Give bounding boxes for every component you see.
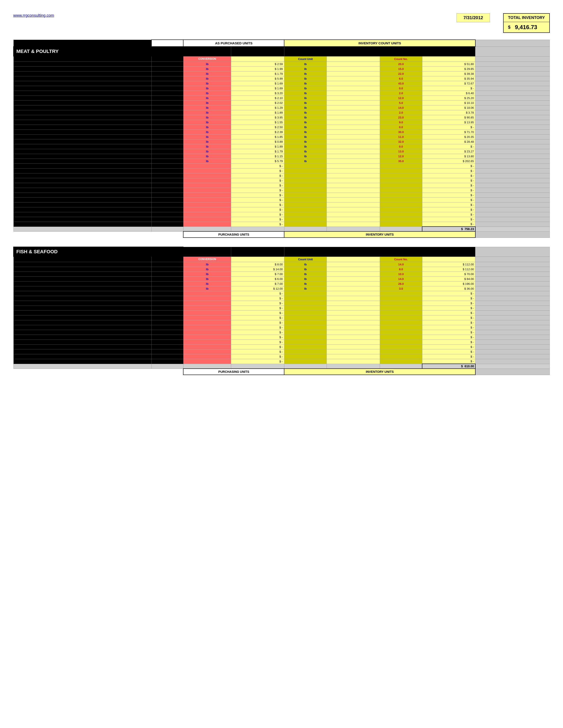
fish-total: $ -	[422, 359, 475, 364]
sh-unit	[151, 56, 183, 62]
meat-conv	[183, 183, 231, 188]
black-header-1	[13, 40, 151, 47]
meat-price2	[327, 125, 380, 129]
sh-price-label	[327, 56, 380, 62]
meat-conv: lb	[183, 66, 231, 71]
meat-price: $ -	[231, 178, 284, 183]
meat-item-black	[13, 168, 151, 173]
fish-cn	[380, 344, 422, 349]
meat-cu	[284, 163, 327, 168]
fish-title-row: FISH & SEAFOOD	[13, 247, 550, 257]
fish-gray	[475, 267, 550, 272]
meat-data-row: lb $ 1.69 lb 0.0 $ -	[13, 86, 550, 91]
fish-data-row: $ - $ -	[13, 335, 550, 340]
fish-sub-p2	[327, 364, 380, 369]
fish-data-row: $ - $ -	[13, 340, 550, 344]
fish-conv	[183, 296, 231, 301]
meat-price: $ 3.20	[231, 91, 284, 96]
meat-cn: 11.0	[380, 134, 422, 139]
meat-cu: lb	[284, 81, 327, 86]
sub-conversion-header: CONVERSION	[183, 56, 231, 62]
meat-conv: lb	[183, 149, 231, 154]
fish-cn: 3.0	[380, 286, 422, 291]
fish-conv	[183, 306, 231, 310]
fish-item-black	[13, 354, 151, 359]
meat-price2	[327, 217, 380, 222]
meat-gray	[475, 129, 550, 134]
meat-total: $ 35.94	[422, 76, 475, 81]
website-link[interactable]: www.rrgconsulting.com	[13, 13, 54, 18]
meat-conv: lb	[183, 159, 231, 163]
meat-item-unit	[151, 120, 183, 125]
fish-conv	[183, 349, 231, 354]
meat-total: $ -	[422, 173, 475, 178]
meat-gray	[475, 154, 550, 159]
fish-data-row: lb $ 7.00 lb 10.0 $ 70.00	[13, 272, 550, 276]
meat-item-black	[13, 76, 151, 81]
meat-cu: lb	[284, 144, 327, 149]
meat-price: $ -	[231, 163, 284, 168]
fish-bl-unit	[151, 369, 183, 375]
meat-conv	[183, 202, 231, 207]
meat-price2	[327, 81, 380, 86]
meat-item-black	[13, 183, 151, 188]
meat-price: $ 2.02	[231, 100, 284, 105]
fish-data-row: lb $ 6.00 lb 14.0 $ 84.00	[13, 276, 550, 281]
fish-cn: 8.0	[380, 267, 422, 272]
meat-cu: lb	[284, 66, 327, 71]
fish-data-row: $ - $ -	[13, 301, 550, 306]
meat-conv: lb	[183, 105, 231, 110]
meat-item-unit	[151, 125, 183, 129]
fish-total: $ -	[422, 315, 475, 320]
fish-item-black	[13, 359, 151, 364]
meat-cu	[284, 222, 327, 227]
meat-item-unit	[151, 129, 183, 134]
meat-total: $ 39.38	[422, 71, 475, 76]
fish-cu	[284, 306, 327, 310]
fish-data-row: $ - $ -	[13, 349, 550, 354]
fish-sh-gray	[475, 257, 550, 262]
fish-conv	[183, 315, 231, 320]
fish-cu	[284, 325, 327, 330]
meat-item-black	[13, 217, 151, 222]
fish-gray	[475, 291, 550, 296]
meat-total: $ -	[422, 183, 475, 188]
fish-item-unit	[151, 330, 183, 335]
fish-price2	[327, 335, 380, 340]
fish-price2	[327, 320, 380, 325]
fish-price2	[327, 310, 380, 315]
fish-data-row: lb $ 14.00 lb 8.0 $ 112.00	[13, 267, 550, 272]
bottom-label-row-2: PURCHASING UNITS INVENTORY UNITS	[13, 369, 550, 375]
fish-gray	[475, 344, 550, 349]
meat-data-row: lb $ 1.99 lb 15.0 $ 29.85	[13, 66, 550, 71]
meat-price2	[327, 71, 380, 76]
meat-data-row: lb $ 1.89 lb 0.0 $ -	[13, 144, 550, 149]
fish-data-row: $ - $ -	[13, 330, 550, 335]
meat-total: $ 18.06	[422, 105, 475, 110]
meat-gray	[475, 96, 550, 100]
total-dollar-sign: $	[508, 25, 510, 30]
meat-cu	[284, 193, 327, 197]
meat-item-unit	[151, 188, 183, 193]
meat-price: $ 1.89	[231, 110, 284, 115]
meat-cu: lb	[284, 76, 327, 81]
title-filler-2	[231, 47, 284, 56]
fish-price: $ -	[231, 359, 284, 364]
fish-total: $ -	[422, 340, 475, 344]
meat-price2	[327, 62, 380, 66]
sh-gray	[475, 56, 550, 62]
fish-conv: lb	[183, 262, 231, 267]
meat-item-unit	[151, 71, 183, 76]
meat-cn: 0.0	[380, 144, 422, 149]
meat-item-unit	[151, 222, 183, 227]
meat-price2	[327, 105, 380, 110]
meat-conv: lb	[183, 125, 231, 129]
meat-price: $ 0.89	[231, 139, 284, 144]
meat-price: $ 1.79	[231, 71, 284, 76]
meat-total: $ -	[422, 202, 475, 207]
meat-conv	[183, 212, 231, 217]
fish-cu	[284, 296, 327, 301]
fish-conv: lb	[183, 286, 231, 291]
meat-gray	[475, 178, 550, 183]
meat-price: $ 1.29	[231, 105, 284, 110]
